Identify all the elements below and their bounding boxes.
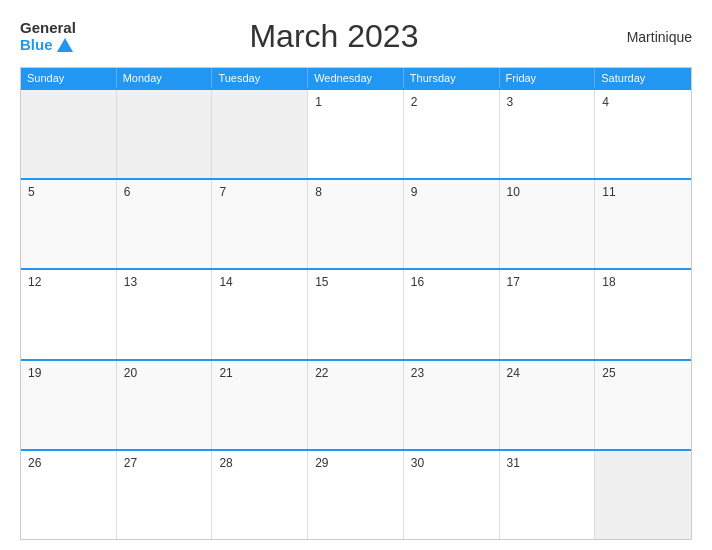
day-cell: 27 [117, 451, 213, 539]
day-number: 25 [602, 366, 684, 380]
calendar-title: March 2023 [76, 18, 592, 55]
day-header-monday: Monday [117, 68, 213, 88]
day-cell: 3 [500, 90, 596, 178]
day-number: 16 [411, 275, 492, 289]
logo-blue-text: Blue [20, 36, 53, 53]
day-number: 20 [124, 366, 205, 380]
day-headers-row: SundayMondayTuesdayWednesdayThursdayFrid… [21, 68, 691, 88]
day-cell [595, 451, 691, 539]
week-row-5: 262728293031 [21, 449, 691, 539]
day-number: 31 [507, 456, 588, 470]
day-header-tuesday: Tuesday [212, 68, 308, 88]
day-number: 14 [219, 275, 300, 289]
day-cell: 20 [117, 361, 213, 449]
day-cell: 19 [21, 361, 117, 449]
day-number: 22 [315, 366, 396, 380]
day-cell: 6 [117, 180, 213, 268]
day-header-wednesday: Wednesday [308, 68, 404, 88]
day-number: 9 [411, 185, 492, 199]
day-number: 21 [219, 366, 300, 380]
day-cell: 7 [212, 180, 308, 268]
day-cell: 28 [212, 451, 308, 539]
day-cell [117, 90, 213, 178]
day-cell: 14 [212, 270, 308, 358]
day-cell: 24 [500, 361, 596, 449]
day-cell: 31 [500, 451, 596, 539]
logo-blue-row: Blue [20, 36, 73, 53]
calendar-page: General Blue March 2023 Martinique Sunda… [0, 0, 712, 550]
day-number: 26 [28, 456, 109, 470]
day-number: 27 [124, 456, 205, 470]
day-header-sunday: Sunday [21, 68, 117, 88]
logo: General Blue [20, 20, 76, 54]
day-cell [212, 90, 308, 178]
logo-general-text: General [20, 20, 76, 37]
day-cell: 15 [308, 270, 404, 358]
week-row-2: 567891011 [21, 178, 691, 268]
calendar-body: 1234567891011121314151617181920212223242… [21, 88, 691, 539]
day-cell: 18 [595, 270, 691, 358]
day-number: 5 [28, 185, 109, 199]
day-number: 30 [411, 456, 492, 470]
day-cell: 22 [308, 361, 404, 449]
day-number: 17 [507, 275, 588, 289]
day-number: 7 [219, 185, 300, 199]
day-cell: 17 [500, 270, 596, 358]
day-cell: 30 [404, 451, 500, 539]
day-cell: 10 [500, 180, 596, 268]
day-number: 15 [315, 275, 396, 289]
day-number: 23 [411, 366, 492, 380]
day-number: 18 [602, 275, 684, 289]
day-number: 12 [28, 275, 109, 289]
day-cell: 16 [404, 270, 500, 358]
day-cell: 29 [308, 451, 404, 539]
day-cell: 2 [404, 90, 500, 178]
day-header-friday: Friday [500, 68, 596, 88]
day-cell: 12 [21, 270, 117, 358]
header: General Blue March 2023 Martinique [20, 18, 692, 55]
day-number: 13 [124, 275, 205, 289]
day-header-thursday: Thursday [404, 68, 500, 88]
day-number: 6 [124, 185, 205, 199]
day-number: 28 [219, 456, 300, 470]
calendar-grid: SundayMondayTuesdayWednesdayThursdayFrid… [20, 67, 692, 540]
day-cell: 21 [212, 361, 308, 449]
day-number: 1 [315, 95, 396, 109]
day-cell: 13 [117, 270, 213, 358]
week-row-1: 1234 [21, 88, 691, 178]
day-cell: 9 [404, 180, 500, 268]
day-cell: 25 [595, 361, 691, 449]
day-number: 11 [602, 185, 684, 199]
day-cell: 4 [595, 90, 691, 178]
day-header-saturday: Saturday [595, 68, 691, 88]
day-cell: 26 [21, 451, 117, 539]
week-row-3: 12131415161718 [21, 268, 691, 358]
day-number: 8 [315, 185, 396, 199]
logo-triangle-icon [57, 38, 73, 52]
location-label: Martinique [592, 29, 692, 45]
day-cell: 8 [308, 180, 404, 268]
day-number: 19 [28, 366, 109, 380]
day-number: 29 [315, 456, 396, 470]
day-cell: 23 [404, 361, 500, 449]
day-number: 10 [507, 185, 588, 199]
day-number: 24 [507, 366, 588, 380]
week-row-4: 19202122232425 [21, 359, 691, 449]
day-number: 4 [602, 95, 684, 109]
day-number: 3 [507, 95, 588, 109]
day-cell: 1 [308, 90, 404, 178]
day-cell: 5 [21, 180, 117, 268]
day-number: 2 [411, 95, 492, 109]
day-cell [21, 90, 117, 178]
day-cell: 11 [595, 180, 691, 268]
